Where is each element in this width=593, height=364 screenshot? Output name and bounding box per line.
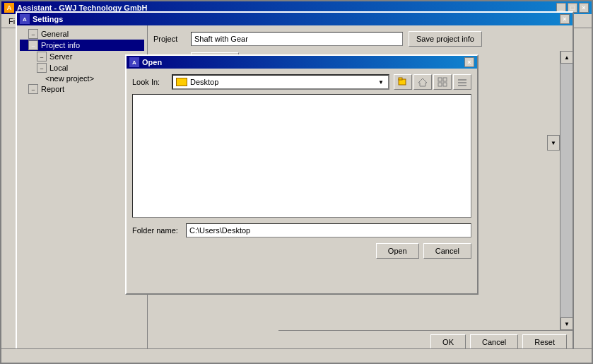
look-in-label: Look In: bbox=[132, 78, 168, 86]
tree-label-general: General bbox=[41, 30, 69, 38]
app-statusbar bbox=[1, 348, 592, 363]
open-dialog-titlebar-buttons: × bbox=[464, 57, 474, 67]
home-icon-button[interactable] bbox=[413, 74, 432, 90]
settings-title: Settings bbox=[33, 15, 63, 23]
open-dialog-body: Look In: Desktop ▼ bbox=[127, 69, 477, 264]
home-icon bbox=[418, 77, 428, 87]
project-input[interactable] bbox=[191, 32, 403, 46]
look-in-select[interactable]: Desktop ▼ bbox=[172, 74, 389, 90]
open-dialog-buttons: Open Cancel bbox=[132, 243, 471, 259]
open-dialog: A Open × Look In: Desktop ▼ bbox=[125, 54, 478, 295]
look-in-value: Desktop bbox=[190, 78, 218, 86]
svg-rect-3 bbox=[438, 78, 442, 81]
open-dialog-cancel-button[interactable]: Cancel bbox=[423, 243, 471, 259]
look-in-dropdown-arrow: ▼ bbox=[377, 79, 385, 86]
project-row: Project Save project info bbox=[153, 31, 567, 47]
back-icon bbox=[398, 77, 408, 87]
look-in-value-area: Desktop bbox=[176, 78, 218, 86]
right-dropdown-button[interactable]: ▼ bbox=[547, 135, 560, 151]
tree-label-server: Server bbox=[49, 52, 72, 61]
scrollbar-up-arrow[interactable]: ▲ bbox=[560, 51, 573, 64]
expand-server[interactable]: – bbox=[37, 52, 47, 61]
tree-label-local: Local bbox=[49, 64, 68, 72]
folder-icon bbox=[176, 78, 187, 86]
svg-rect-6 bbox=[443, 83, 447, 86]
list-icon bbox=[457, 77, 467, 87]
back-icon-button[interactable] bbox=[394, 74, 412, 90]
settings-close-button[interactable]: × bbox=[560, 14, 570, 24]
folder-name-row: Folder name: bbox=[132, 223, 471, 237]
svg-rect-4 bbox=[443, 78, 447, 81]
settings-title-area: A Settings bbox=[20, 14, 63, 24]
svg-rect-1 bbox=[399, 78, 402, 80]
close-button[interactable]: × bbox=[579, 3, 589, 13]
open-dialog-titlebar: A Open × bbox=[127, 56, 477, 69]
look-in-row: Look In: Desktop ▼ bbox=[132, 74, 471, 90]
app-window: A Assistant - GWJ Technology GmbH _ □ × … bbox=[0, 0, 593, 364]
settings-titlebar: A Settings × bbox=[17, 13, 573, 25]
svg-rect-5 bbox=[438, 83, 442, 86]
tree-item-general[interactable]: – General bbox=[20, 28, 144, 40]
tree-label-report: Report bbox=[41, 85, 64, 93]
tree-item-project-info[interactable]: – Project info bbox=[20, 40, 144, 51]
open-dialog-title: Open bbox=[142, 58, 162, 66]
expand-report[interactable]: – bbox=[28, 84, 38, 94]
content-scrollbar: ▲ ▼ bbox=[560, 51, 573, 330]
folder-name-label: Folder name: bbox=[132, 226, 182, 235]
list-icon-button[interactable] bbox=[453, 74, 471, 90]
app-icon: A bbox=[4, 3, 14, 13]
grid-icon-button[interactable] bbox=[433, 74, 452, 90]
project-label: Project bbox=[153, 35, 185, 43]
expand-project-info[interactable]: – bbox=[28, 40, 38, 50]
open-dialog-open-button[interactable]: Open bbox=[376, 243, 419, 259]
open-dialog-icon: A bbox=[129, 57, 139, 67]
ok-button[interactable]: OK bbox=[430, 334, 466, 350]
scrollbar-down-arrow[interactable]: ▼ bbox=[560, 317, 573, 330]
settings-icon: A bbox=[20, 14, 30, 24]
settings-titlebar-buttons: × bbox=[560, 14, 570, 24]
svg-marker-2 bbox=[418, 78, 427, 86]
expand-local[interactable]: – bbox=[37, 63, 47, 73]
open-toolbar-buttons bbox=[394, 74, 471, 90]
open-title-area: A Open bbox=[129, 57, 162, 67]
file-browse-area[interactable] bbox=[132, 94, 471, 218]
save-project-button[interactable]: Save project info bbox=[409, 31, 482, 47]
grid-icon bbox=[438, 77, 447, 87]
expand-general[interactable]: – bbox=[28, 29, 38, 39]
folder-name-input[interactable] bbox=[186, 223, 471, 237]
tree-label-project-info: Project info bbox=[41, 41, 80, 49]
cancel-main-button[interactable]: Cancel bbox=[470, 334, 518, 350]
reset-button[interactable]: Reset bbox=[522, 334, 567, 350]
open-dialog-close-button[interactable]: × bbox=[464, 57, 474, 67]
tree-label-new-project: <new project> bbox=[45, 74, 94, 83]
